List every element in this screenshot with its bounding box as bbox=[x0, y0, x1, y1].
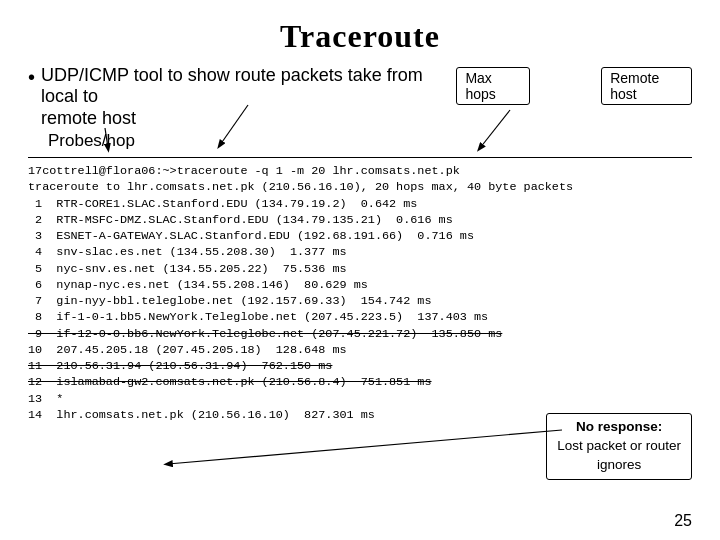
svg-line-4 bbox=[168, 430, 562, 464]
line13-strikethrough: 11 210.56.31.94 (210.56.31.94) 762.150 m… bbox=[28, 359, 332, 373]
section-divider bbox=[28, 157, 692, 158]
remote-host-label: Remote host bbox=[601, 67, 692, 105]
slide-title: Traceroute bbox=[28, 18, 692, 55]
page-number: 25 bbox=[674, 512, 692, 530]
line14-strikethrough: 12 islamabad-gw2.comsats.net.pk (210.56.… bbox=[28, 375, 432, 389]
bullet-point: • bbox=[28, 66, 35, 89]
intro-text-line2: remote host bbox=[41, 108, 136, 129]
traceroute-output: 17cottrell@flora06:~>traceroute -q 1 -m … bbox=[28, 163, 692, 423]
line11-strikethrough: 9 if-12-0-0.bb6.NewYork.Teleglobe.net (2… bbox=[28, 327, 502, 341]
no-response-box: No response: Lost packet or router ignor… bbox=[546, 413, 692, 480]
probes-hop-label: Probes/hop bbox=[48, 131, 692, 151]
intro-text-line1: UDP/ICMP tool to show route packets take… bbox=[41, 65, 448, 107]
max-hops-label: Max hops bbox=[456, 67, 530, 105]
